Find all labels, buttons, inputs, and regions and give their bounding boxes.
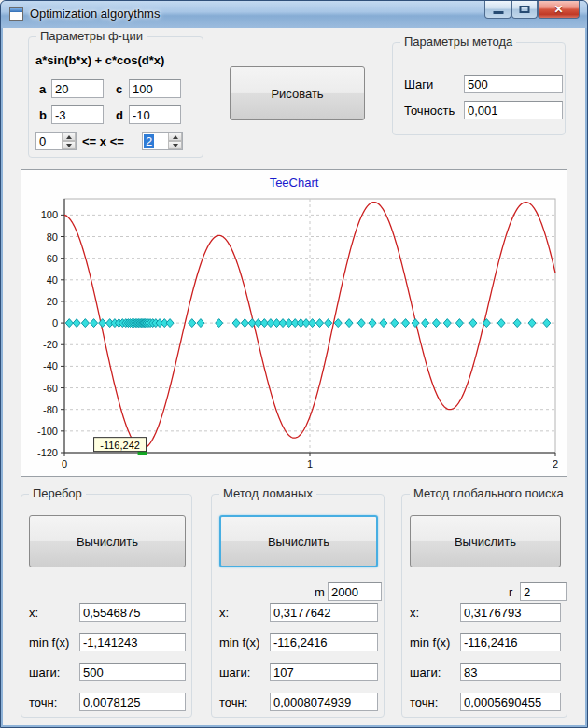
minfx-result-field[interactable] <box>270 633 378 651</box>
minfx-result-field[interactable] <box>79 633 186 651</box>
draw-button[interactable]: Рисовать <box>230 66 365 120</box>
minfx-result-label: min f(x) <box>410 636 450 650</box>
precision-result-field[interactable] <box>460 693 561 711</box>
function-formula: a*sin(b*x) + c*cos(d*x) <box>35 53 164 67</box>
steps-label: Шаги <box>404 77 433 91</box>
x-min-up-button[interactable] <box>62 133 76 141</box>
precision-result-label: точн: <box>29 695 57 709</box>
steps-result-field[interactable] <box>270 663 378 681</box>
svg-text:20: 20 <box>47 296 58 307</box>
steps-field[interactable] <box>464 75 563 93</box>
svg-text:40: 40 <box>47 274 58 286</box>
steps-result-label: шаги: <box>410 665 441 679</box>
c-field[interactable] <box>129 79 181 98</box>
group-brute-force-title: Перебор <box>29 486 86 500</box>
close-button[interactable]: ✕ <box>538 1 580 19</box>
svg-text:0: 0 <box>52 317 58 329</box>
group-function-params-title: Параметры ф-ции <box>36 29 147 43</box>
x-max-spinner[interactable]: 2 <box>142 132 183 150</box>
min-value-tooltip-text: -116,242 <box>100 440 140 451</box>
precision-result-field[interactable] <box>270 693 378 711</box>
minfx-result-label: min f(x) <box>219 636 259 650</box>
svg-text:80: 80 <box>47 231 58 243</box>
maximize-icon <box>520 6 530 13</box>
steps-result-label: шаги: <box>219 665 250 679</box>
x-range-label: <= x <= <box>82 134 124 148</box>
x-result-field[interactable] <box>270 603 378 622</box>
down-arrow-icon <box>173 144 178 147</box>
chart-panel: TeeChart 100806040200-20-40-60-80-100-12… <box>21 169 567 477</box>
minfx-result-field[interactable] <box>460 633 561 651</box>
window-title: Optimization algorythms <box>30 7 160 21</box>
app-icon <box>9 7 23 21</box>
precision-label: Точность <box>404 104 455 118</box>
x-result-field[interactable] <box>79 603 186 622</box>
svg-text:100: 100 <box>41 209 58 220</box>
minimize-icon <box>493 11 503 14</box>
d-field[interactable] <box>129 105 181 124</box>
x-min-value: 0 <box>39 134 46 148</box>
m-param-label: m <box>315 585 325 599</box>
close-icon: ✕ <box>539 1 579 18</box>
up-arrow-icon <box>66 135 72 139</box>
svg-text:60: 60 <box>47 253 58 264</box>
app-window: Optimization algorythms ✕ Параметры ф-ци… <box>0 0 588 728</box>
r-param-field[interactable] <box>520 582 567 601</box>
chart-title: TeeChart <box>21 175 567 189</box>
app-icon-titlebar-stripe <box>10 8 22 12</box>
svg-text:-20: -20 <box>43 339 58 350</box>
x-min-spinner-arrows <box>62 133 76 149</box>
maximize-button[interactable] <box>511 1 538 19</box>
x-min-down-button[interactable] <box>62 141 76 149</box>
up-arrow-icon <box>173 135 178 139</box>
precision-result-label: точн: <box>219 695 247 709</box>
precision-field[interactable] <box>464 101 563 119</box>
client-area: Параметры ф-ции a*sin(b*x) + c*cos(d*x) … <box>3 28 585 725</box>
x-max-down-button[interactable] <box>168 141 182 149</box>
group-method-params-title: Параметры метода <box>400 35 516 49</box>
svg-text:-40: -40 <box>43 360 58 371</box>
x-min-spinner[interactable]: 0 <box>35 132 77 150</box>
precision-result-label: точн: <box>410 695 438 709</box>
b-field[interactable] <box>51 105 104 124</box>
svg-text:-60: -60 <box>43 383 58 394</box>
precision-result-field[interactable] <box>79 693 186 711</box>
group-brute-force: Перебор Вычислить x: min f(x) шаги: точн… <box>21 494 192 718</box>
svg-text:0: 0 <box>62 458 67 469</box>
x-max-spinner-arrows <box>168 133 182 149</box>
steps-result-field[interactable] <box>460 663 561 681</box>
chart-svg[interactable]: 100806040200-20-40-60-80-100-120012-116,… <box>21 194 567 474</box>
m-param-field[interactable] <box>328 582 382 601</box>
minimize-button[interactable] <box>484 1 511 19</box>
steps-result-label: шаги: <box>29 665 60 679</box>
a-field[interactable] <box>51 79 104 98</box>
c-label: c <box>116 82 122 96</box>
group-global-search-title: Метод глобального поиска <box>410 486 567 500</box>
steps-result-field[interactable] <box>79 663 186 681</box>
group-method-params: Параметры метода Шаги Точность <box>392 42 566 135</box>
svg-text:-100: -100 <box>37 426 58 437</box>
down-arrow-icon <box>66 144 72 147</box>
x-result-field[interactable] <box>460 603 561 622</box>
r-param-label: r <box>509 585 512 599</box>
calc-button-global-search[interactable]: Вычислить <box>410 515 561 567</box>
group-broken-lines-title: Метод ломаных <box>219 486 316 500</box>
b-label: b <box>39 108 47 122</box>
x-max-value: 2 <box>144 134 154 148</box>
a-label: a <box>39 82 46 96</box>
title-bar[interactable]: Optimization algorythms ✕ <box>1 1 587 28</box>
x-result-label: x: <box>29 606 38 620</box>
group-broken-lines: Метод ломаных Вычислить m x: min f(x) ша… <box>211 494 385 718</box>
x-result-label: x: <box>219 606 229 620</box>
svg-text:2: 2 <box>553 458 558 469</box>
svg-text:-80: -80 <box>43 404 58 415</box>
calc-button-brute-force[interactable]: Вычислить <box>29 515 186 567</box>
x-result-label: x: <box>410 606 419 620</box>
group-function-params: Параметры ф-ции a*sin(b*x) + c*cos(d*x) … <box>28 36 203 158</box>
svg-text:-120: -120 <box>37 447 58 458</box>
calc-button-broken-lines[interactable]: Вычислить <box>219 515 378 567</box>
x-max-up-button[interactable] <box>168 133 182 141</box>
svg-text:1: 1 <box>307 458 313 469</box>
minfx-result-label: min f(x) <box>29 636 69 650</box>
group-global-search: Метод глобального поиска Вычислить r x: … <box>401 494 567 718</box>
